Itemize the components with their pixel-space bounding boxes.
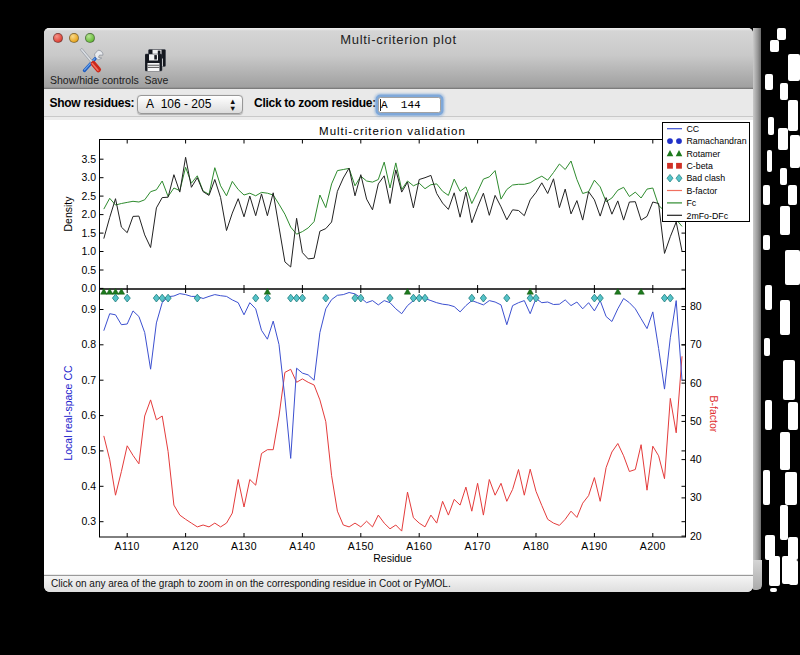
- svg-text:A150: A150: [348, 540, 374, 552]
- svg-text:2mFo-DFc: 2mFo-DFc: [687, 211, 729, 221]
- svg-text:Local real-space CC: Local real-space CC: [62, 365, 74, 461]
- svg-text:Multi-criterion validation: Multi-criterion validation: [319, 125, 466, 137]
- svg-text:Fc: Fc: [687, 198, 697, 208]
- svg-text:0.9: 0.9: [81, 303, 96, 315]
- svg-text:3.5: 3.5: [81, 153, 96, 165]
- svg-text:0.3: 0.3: [81, 515, 96, 527]
- svg-text:3.0: 3.0: [81, 171, 96, 183]
- svg-text:40: 40: [690, 453, 702, 465]
- svg-text:Density: Density: [62, 196, 74, 232]
- svg-text:Rotamer: Rotamer: [687, 149, 721, 159]
- svg-text:A120: A120: [173, 540, 199, 552]
- svg-text:A160: A160: [406, 540, 432, 552]
- svg-text:0.4: 0.4: [81, 480, 96, 492]
- svg-text:20: 20: [690, 530, 702, 542]
- svg-text:A190: A190: [581, 540, 607, 552]
- svg-text:A110: A110: [115, 540, 140, 552]
- svg-text:0.0: 0.0: [81, 282, 96, 294]
- svg-text:0.5: 0.5: [81, 264, 96, 276]
- svg-text:A130: A130: [231, 540, 257, 552]
- svg-text:0.6: 0.6: [81, 409, 96, 421]
- svg-text:CC: CC: [687, 124, 700, 134]
- svg-text:Residue: Residue: [373, 552, 412, 564]
- svg-text:80: 80: [690, 300, 702, 312]
- svg-text:B-factor: B-factor: [708, 396, 720, 433]
- svg-text:2.0: 2.0: [81, 208, 96, 220]
- svg-text:30: 30: [690, 491, 702, 503]
- svg-text:A180: A180: [523, 540, 549, 552]
- svg-text:50: 50: [690, 415, 702, 427]
- svg-text:Bad clash: Bad clash: [687, 173, 726, 183]
- svg-text:B-factor: B-factor: [687, 186, 718, 196]
- svg-text:C-beta: C-beta: [687, 161, 714, 171]
- svg-text:1.0: 1.0: [81, 245, 96, 257]
- svg-text:0.5: 0.5: [81, 444, 96, 456]
- svg-text:A170: A170: [465, 540, 491, 552]
- svg-text:A200: A200: [640, 540, 666, 552]
- svg-text:0.8: 0.8: [81, 338, 96, 350]
- svg-text:70: 70: [690, 338, 702, 350]
- svg-text:60: 60: [690, 377, 702, 389]
- svg-text:A140: A140: [289, 540, 315, 552]
- svg-text:2.5: 2.5: [81, 190, 96, 202]
- svg-text:1.5: 1.5: [81, 227, 96, 239]
- svg-text:0.7: 0.7: [81, 374, 96, 386]
- svg-text:Ramachandran: Ramachandran: [687, 136, 747, 146]
